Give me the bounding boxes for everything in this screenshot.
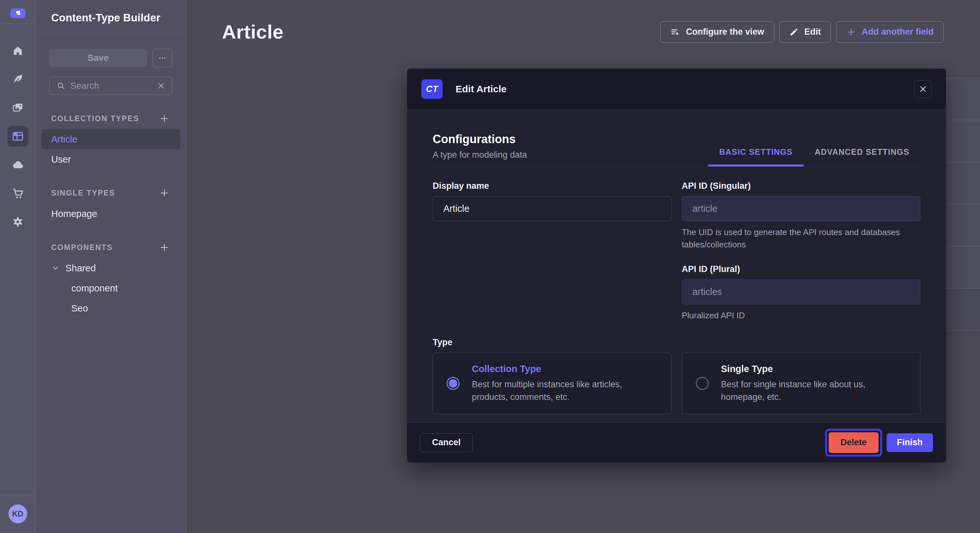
avatar[interactable]: KD xyxy=(8,504,27,523)
strapi-logo[interactable] xyxy=(10,8,25,18)
plus-icon xyxy=(159,114,169,124)
api-id-singular-label: API ID (Singular) xyxy=(682,181,921,191)
main-nav-rail: KD xyxy=(0,0,36,533)
content-type-builder-sidebar: Content-Type Builder Save xyxy=(36,0,186,533)
nav-content-manager-button[interactable] xyxy=(8,69,28,90)
nav-home-button[interactable] xyxy=(8,40,28,61)
sidebar-title: Content-Type Builder xyxy=(51,12,170,24)
single-type-title: Single Type xyxy=(721,364,907,374)
main-header: Article Configure the view Edit xyxy=(186,0,980,43)
modal-body: Configurations A type for modeling data … xyxy=(407,110,946,422)
chevron-down-icon xyxy=(51,264,60,272)
api-id-plural-hint: Pluralized API ID xyxy=(682,309,921,322)
components-section: COMPONENTS Shared component Seo xyxy=(36,243,186,318)
add-another-field-button[interactable]: Add another field xyxy=(836,21,944,43)
configurations-subtitle: A type for modeling data xyxy=(433,150,527,160)
collection-types-section: COLLECTION TYPES Article User xyxy=(36,114,186,169)
nav-media-library-button[interactable] xyxy=(8,97,28,118)
sidebar-item-seo[interactable]: Seo xyxy=(41,298,180,318)
gear-icon xyxy=(12,216,24,228)
finish-button[interactable]: Finish xyxy=(887,433,933,452)
clear-search-icon[interactable] xyxy=(157,82,165,90)
more-actions-button[interactable] xyxy=(152,49,172,67)
display-name-input[interactable] xyxy=(433,196,671,221)
collection-types-header: COLLECTION TYPES xyxy=(36,114,186,124)
configure-view-icon xyxy=(670,27,680,37)
sidebar-controls: Save xyxy=(49,49,172,67)
rail-bottom-divider xyxy=(0,496,36,496)
edit-button[interactable]: Edit xyxy=(780,21,831,43)
display-name-field: Display name xyxy=(433,181,671,221)
plus-icon xyxy=(159,243,169,252)
configurations-title: Configurations xyxy=(433,132,527,146)
nav-content-type-builder-button[interactable] xyxy=(8,126,28,147)
tab-advanced-settings[interactable]: ADVANCED SETTINGS xyxy=(804,148,920,167)
rail-bottom: KD xyxy=(0,496,36,533)
plus-icon xyxy=(846,27,856,37)
sidebar-header: Content-Type Builder xyxy=(36,0,186,34)
ellipsis-icon xyxy=(158,54,167,62)
add-component-button[interactable] xyxy=(159,243,169,252)
type-label: Type xyxy=(433,338,920,347)
api-id-plural-input[interactable] xyxy=(682,279,921,305)
type-options: Collection Type Best for multiple instan… xyxy=(433,353,920,414)
display-name-label: Display name xyxy=(433,181,671,191)
settings-tabs: BASIC SETTINGS ADVANCED SETTINGS xyxy=(708,148,920,167)
api-id-plural-field: API ID (Plural) Pluralized API ID xyxy=(682,264,921,322)
pencil-icon xyxy=(789,27,799,36)
api-id-singular-input[interactable] xyxy=(682,196,921,221)
page-title: Article xyxy=(222,21,283,43)
single-types-label: SINGLE TYPES xyxy=(51,189,115,198)
configurations-row: Configurations A type for modeling data … xyxy=(433,132,920,167)
cloud-icon xyxy=(12,159,24,171)
radio-unselected-icon[interactable] xyxy=(696,377,709,390)
rail-nav xyxy=(8,40,28,232)
tab-basic-settings[interactable]: BASIC SETTINGS xyxy=(708,148,804,167)
components-label: COMPONENTS xyxy=(51,243,113,252)
collection-type-description: Best for multiple instances like article… xyxy=(472,378,657,403)
cancel-button[interactable]: Cancel xyxy=(420,433,473,452)
main-content: Article Configure the view Edit xyxy=(186,0,980,533)
sidebar-item-homepage[interactable]: Homepage xyxy=(41,204,180,224)
cart-icon xyxy=(12,187,24,200)
nav-settings-button[interactable] xyxy=(8,211,28,232)
collection-type-option[interactable]: Collection Type Best for multiple instan… xyxy=(433,353,671,414)
nav-deploy-button[interactable] xyxy=(8,154,28,175)
edit-label: Edit xyxy=(804,27,821,37)
media-library-icon xyxy=(12,102,24,114)
delete-button[interactable]: Delete xyxy=(829,432,878,453)
single-type-option[interactable]: Single Type Best for single instance lik… xyxy=(682,353,921,414)
type-field: Type Collection Type Best for multiple i… xyxy=(433,338,920,414)
sidebar-group-shared[interactable]: Shared xyxy=(41,258,180,278)
feather-icon xyxy=(12,73,24,85)
close-icon xyxy=(918,84,928,94)
search-input[interactable] xyxy=(70,81,152,91)
nav-marketplace-button[interactable] xyxy=(8,183,28,204)
search-box xyxy=(49,77,172,95)
api-id-singular-field: API ID (Singular) The UID is used to gen… xyxy=(682,181,921,251)
add-collection-type-button[interactable] xyxy=(159,114,169,124)
search-icon xyxy=(57,82,65,90)
radio-selected-icon[interactable] xyxy=(447,377,460,390)
rail-divider xyxy=(0,23,36,24)
close-modal-button[interactable] xyxy=(914,80,932,98)
configure-view-button[interactable]: Configure the view xyxy=(660,21,774,43)
add-another-field-label: Add another field xyxy=(862,27,934,37)
modal-footer: Cancel Delete Finish xyxy=(407,422,946,462)
sidebar-item-article[interactable]: Article xyxy=(41,129,180,149)
sidebar-item-user[interactable]: User xyxy=(41,149,180,169)
footer-actions: Delete Finish xyxy=(825,429,933,457)
single-types-header: SINGLE TYPES xyxy=(36,188,186,198)
single-types-section: SINGLE TYPES Homepage xyxy=(36,188,186,224)
sidebar-item-component[interactable]: component xyxy=(41,278,180,298)
home-icon xyxy=(12,45,24,57)
api-id-plural-label: API ID (Plural) xyxy=(682,264,921,274)
add-single-type-button[interactable] xyxy=(159,188,169,198)
collection-types-label: COLLECTION TYPES xyxy=(51,114,139,123)
single-type-description: Best for single instance like about us, … xyxy=(721,378,907,403)
collection-type-texts: Collection Type Best for multiple instan… xyxy=(472,364,657,403)
single-type-texts: Single Type Best for single instance lik… xyxy=(721,364,907,403)
save-button[interactable]: Save xyxy=(49,49,147,67)
delete-button-highlight: Delete xyxy=(825,429,882,457)
edit-article-modal: CT Edit Article Configurations A type fo… xyxy=(407,69,946,462)
